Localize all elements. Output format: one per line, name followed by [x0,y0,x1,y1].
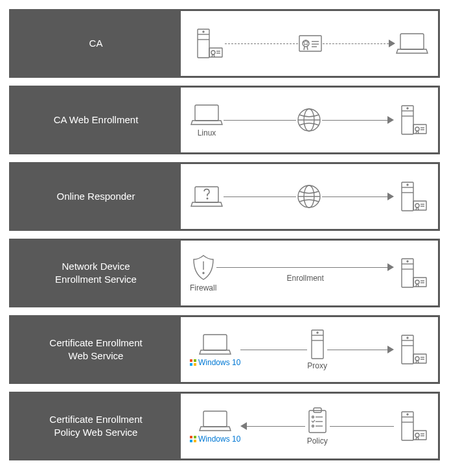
windows10-label: Windows 10 [190,358,240,367]
row-cews: Certificate Enrollment Web Service Windo… [9,315,440,384]
diagram-ndes: Firewall Enrollment [181,241,438,305]
windows-laptop-icon: Windows 10 [190,332,240,367]
policy-label: Policy [307,436,328,446]
laptop-icon [395,31,429,56]
dashed-connector [225,43,298,44]
globe-icon [296,107,322,133]
arrow-right-enrollment: Enrollment [216,263,394,283]
label-ndes: Network Device Enrollment Service [11,241,181,305]
arrow-left [240,422,305,430]
proxy-label: Proxy [307,361,327,370]
line-connector [240,350,307,350]
label-cews: Certificate Enrollment Web Service [11,317,181,382]
firewall-label: Firewall [190,283,216,292]
windows10-text: Windows 10 [198,358,240,367]
windows10-text: Windows 10 [198,434,240,444]
line-connector [330,426,394,427]
firewall-shield-icon: Firewall [190,254,216,292]
proxy-server-icon: Proxy [307,329,327,370]
server-with-cert-icon [394,333,429,366]
server-with-cert-icon [394,104,429,136]
windows-logo-icon [190,359,196,366]
line-connector [224,196,296,197]
policy-clipboard-icon: Policy [305,407,330,446]
diagram-online-responder [181,164,438,229]
server-with-cert-icon [190,27,225,60]
arrow-right [327,346,394,353]
server-with-cert-icon [394,257,429,289]
globe-icon [296,184,322,209]
windows-logo-icon [190,436,196,442]
row-ndes: Network Device Enrollment Service Firewa… [9,239,440,307]
windows-laptop-icon: Windows 10 [190,409,240,444]
diagram-ca [181,11,438,76]
diagram-cepws: Windows 10 Policy [181,394,438,458]
line-connector [224,120,296,121]
server-with-cert-icon [394,180,429,213]
row-ca: CA [9,9,440,78]
arrow-right [322,116,395,124]
laptop-question-icon [190,184,224,209]
certificate-icon [298,34,323,53]
label-ca: CA [11,11,181,76]
server-with-cert-icon [394,410,429,442]
arrow-right [322,193,395,200]
enrollment-label: Enrollment [286,274,323,283]
row-cepws: Certificate Enrollment Policy Web Servic… [9,392,440,460]
diagram-ca-web-enrollment: Linux [181,88,438,152]
row-online-responder: Online Responder [9,162,440,231]
linux-label: Linux [198,128,216,137]
label-online-responder: Online Responder [11,164,181,229]
linux-laptop-icon: Linux [190,102,224,137]
dashed-arrow-right [323,40,396,47]
label-ca-web-enrollment: CA Web Enrollment [11,88,181,152]
row-ca-web-enrollment: CA Web Enrollment Linux [9,86,440,154]
windows10-label: Windows 10 [190,434,240,444]
label-cepws: Certificate Enrollment Policy Web Servic… [11,394,181,458]
diagram-cews: Windows 10 Proxy [181,317,438,382]
